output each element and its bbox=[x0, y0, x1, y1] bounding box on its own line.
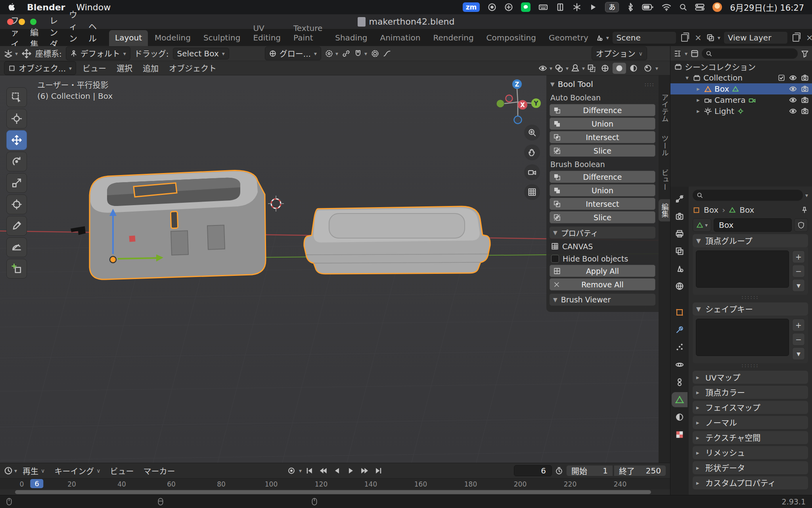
workspace-tab-animation[interactable]: Animation bbox=[374, 30, 427, 46]
play-status-icon[interactable] bbox=[589, 3, 597, 11]
panel-vertex-colors-header[interactable]: ▸頂点カラー bbox=[693, 386, 808, 399]
remove-all-button[interactable]: Remove All bbox=[550, 278, 655, 291]
outliner-row-light[interactable]: ▸ Light bbox=[670, 106, 812, 117]
navigation-gizmo[interactable]: Z X Y bbox=[497, 79, 541, 124]
list-resize-grip[interactable]: :::::: bbox=[693, 295, 808, 300]
add-cube-tool[interactable] bbox=[6, 259, 27, 279]
panel-face-maps-header[interactable]: ▸フェイスマップ bbox=[693, 401, 808, 414]
breadcrumb-data[interactable]: Box bbox=[739, 205, 754, 215]
scene-name-field[interactable]: Scene bbox=[612, 31, 676, 44]
hide-eye-icon[interactable] bbox=[789, 74, 797, 82]
auto-union-button[interactable]: Union bbox=[550, 117, 655, 130]
panel-geometry-data-header[interactable]: ▸形状データ bbox=[693, 461, 808, 474]
cursor-tool[interactable] bbox=[6, 109, 27, 129]
pivot-point-dropdown[interactable]: ▾ bbox=[325, 50, 338, 58]
mesh-data-browse-button[interactable]: ▾ bbox=[693, 218, 711, 232]
list-resize-grip[interactable]: :::::: bbox=[693, 363, 808, 369]
menubar-clock[interactable]: 6月29日(土) 16:27 bbox=[730, 1, 804, 13]
proportional-editing-icon[interactable] bbox=[371, 50, 379, 58]
view-layer-new-button[interactable] bbox=[791, 33, 801, 43]
tab-scene[interactable] bbox=[672, 261, 688, 276]
scene-browse-chevron[interactable]: ▾ bbox=[606, 35, 609, 40]
scrollbar-thumb[interactable] bbox=[15, 490, 651, 494]
shading-material-button[interactable] bbox=[627, 63, 640, 74]
rotate-tool[interactable] bbox=[6, 152, 27, 171]
sidebar-tab-item[interactable]: アイテム bbox=[659, 90, 670, 126]
timeline-editor-chevron[interactable]: ▾ bbox=[14, 468, 17, 473]
mesh-name-field[interactable]: Box bbox=[714, 218, 792, 232]
tab-modifiers[interactable] bbox=[672, 322, 688, 337]
hide-eye-icon[interactable] bbox=[789, 96, 797, 104]
use-preview-range-icon[interactable] bbox=[555, 467, 563, 475]
panel-normals-header[interactable]: ▸ノーマル bbox=[693, 416, 808, 429]
viewport-menu-add[interactable]: 追加 bbox=[139, 61, 163, 75]
bool-tool-panel-header[interactable]: ▼ Bool Tool :::: bbox=[550, 77, 655, 91]
tab-material[interactable] bbox=[672, 410, 688, 425]
workspace-tab-shading[interactable]: Shading bbox=[329, 30, 373, 46]
annotate-tool[interactable] bbox=[6, 216, 27, 236]
select-box-tool[interactable] bbox=[6, 87, 27, 107]
transform-tool[interactable] bbox=[6, 194, 27, 214]
zoom-app-icon[interactable]: zm bbox=[463, 2, 480, 12]
panel-shape-keys-header[interactable]: ▼シェイプキー bbox=[693, 302, 808, 316]
tab-world[interactable] bbox=[672, 279, 688, 294]
brush-intersect-button[interactable]: Intersect bbox=[550, 198, 655, 210]
disable-render-camera-icon[interactable] bbox=[801, 96, 809, 104]
viewport-menu-view[interactable]: ビュー bbox=[79, 61, 110, 75]
viewport-menu-object[interactable]: オブジェクト bbox=[165, 61, 220, 75]
frame-end-field[interactable]: 終了250 bbox=[614, 465, 666, 476]
current-frame-indicator[interactable]: 6 bbox=[30, 479, 43, 488]
brush-slice-button[interactable]: Slice bbox=[550, 211, 655, 223]
hide-bool-objects-row[interactable]: Hide Bool objects bbox=[550, 252, 655, 265]
overlays-dropdown[interactable]: ▾ bbox=[571, 64, 585, 73]
fake-user-shield-button[interactable] bbox=[794, 218, 808, 232]
zoom-view-button[interactable] bbox=[524, 125, 540, 140]
gizmos-dropdown[interactable]: ▾ bbox=[555, 64, 569, 73]
control-center-icon[interactable] bbox=[695, 3, 705, 11]
view-layer-browse-chevron[interactable]: ▾ bbox=[718, 35, 720, 40]
vertex-group-remove-button[interactable]: − bbox=[792, 265, 805, 277]
expand-icon[interactable]: ▸ bbox=[695, 85, 701, 92]
current-frame-field[interactable]: 6 bbox=[514, 465, 552, 476]
shape-key-remove-button[interactable]: − bbox=[792, 333, 805, 346]
collection-checkbox[interactable] bbox=[778, 74, 785, 81]
tab-particles[interactable] bbox=[672, 340, 688, 355]
display-mode-icon[interactable] bbox=[691, 50, 699, 58]
hide-eye-icon[interactable] bbox=[789, 107, 797, 115]
properties-filter-chevron[interactable]: ▾ bbox=[805, 192, 808, 198]
snowflake-status-icon[interactable] bbox=[573, 3, 581, 12]
keyboard-status-icon[interactable] bbox=[538, 3, 548, 12]
workspace-tab-layout[interactable]: Layout bbox=[109, 30, 148, 46]
scene-new-button[interactable] bbox=[680, 33, 690, 43]
hide-eye-icon[interactable] bbox=[789, 85, 797, 93]
outliner-search-field[interactable] bbox=[702, 48, 798, 59]
tab-output[interactable] bbox=[672, 226, 688, 241]
play-button[interactable] bbox=[345, 465, 357, 476]
auto-difference-button[interactable]: Difference bbox=[550, 104, 655, 116]
tab-object-data[interactable] bbox=[672, 392, 688, 407]
move-tool-icon[interactable] bbox=[22, 49, 31, 58]
view-layer-name-field[interactable]: View Layer bbox=[724, 31, 788, 44]
brush-viewer-subpanel-header[interactable]: ▼Brush Viewer bbox=[550, 294, 655, 306]
spotlight-search-icon[interactable] bbox=[679, 3, 687, 11]
workspace-tab-geometry[interactable]: Geometry bbox=[543, 30, 594, 46]
playback-menu[interactable]: 再生∨ bbox=[19, 464, 49, 478]
outliner-editor-chevron[interactable]: ▾ bbox=[685, 51, 688, 56]
jump-to-end-button[interactable] bbox=[372, 465, 385, 476]
workspace-tab-uv-editing[interactable]: UV Editing bbox=[247, 21, 287, 46]
filter-funnel-icon[interactable] bbox=[801, 50, 809, 58]
menubar-app-name[interactable]: Blender bbox=[27, 2, 65, 12]
scene-unlink-button[interactable]: × bbox=[693, 33, 703, 43]
line-app-icon[interactable] bbox=[521, 2, 530, 12]
tab-render[interactable] bbox=[672, 209, 688, 224]
outliner-row-scene-collection[interactable]: シーンコレクション bbox=[670, 61, 812, 72]
small-dark-object[interactable] bbox=[71, 226, 86, 235]
breadcrumb-object[interactable]: Box bbox=[704, 205, 718, 215]
workspace-tab-modeling[interactable]: Modeling bbox=[149, 30, 197, 46]
viewport-menu-select[interactable]: 選択 bbox=[113, 61, 136, 75]
panel-uv-maps-header[interactable]: ▸UVマップ bbox=[693, 371, 808, 384]
orientation-dropdown[interactable]: デフォルト▾ bbox=[66, 46, 130, 60]
panel-texture-space-header[interactable]: ▸テクスチャ空間 bbox=[693, 431, 808, 444]
disable-render-camera-icon[interactable] bbox=[801, 85, 809, 93]
workspace-tab-sculpting[interactable]: Sculpting bbox=[197, 30, 246, 46]
